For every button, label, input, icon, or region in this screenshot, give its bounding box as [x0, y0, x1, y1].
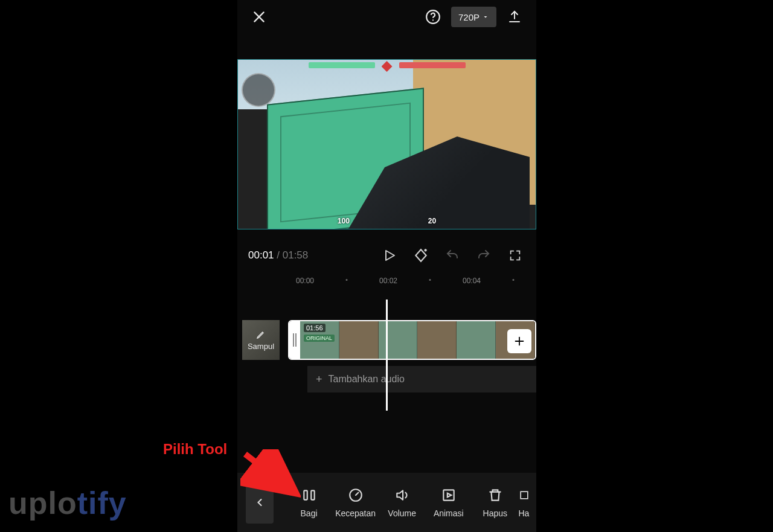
svg-rect-18 [521, 492, 528, 499]
tool-animation[interactable]: Animasi [425, 487, 472, 518]
animation-icon [441, 487, 457, 503]
timeline-ruler[interactable]: 00:00 00:02 00:04 [237, 277, 536, 292]
trash-icon [487, 487, 503, 503]
clip-handle-left[interactable] [289, 321, 300, 359]
undo-button[interactable] [442, 245, 463, 266]
ruler-tick: 00:00 [296, 277, 314, 285]
volume-icon [394, 487, 410, 503]
tool-volume[interactable]: Volume [379, 487, 425, 518]
ruler-tick: 00:02 [379, 277, 397, 285]
add-audio-label: Tambahkan audio [329, 374, 405, 385]
tool-label: Ha [518, 508, 529, 518]
clip-thumbnails[interactable]: 01:56 ORIGINAL [300, 321, 535, 359]
player-controls: 00:01 / 01:58 [237, 234, 536, 277]
timecode: 00:01 / 01:58 [248, 249, 308, 261]
tool-label: Hapus [483, 508, 507, 518]
timeline[interactable]: Sampul 01:56 ORIGINAL + Tambahkan audio [237, 320, 536, 429]
cover-button[interactable]: Sampul [242, 320, 280, 360]
ruler-tick: 00:04 [463, 277, 481, 285]
keyframe-button[interactable] [411, 245, 431, 266]
svg-line-14 [356, 493, 358, 495]
resolution-label: 720P [458, 12, 480, 22]
tool-partial[interactable]: Ha [518, 487, 536, 518]
hud-stat-left: 100 [338, 217, 350, 225]
close-icon [251, 9, 267, 25]
video-clip[interactable]: 01:56 ORIGINAL [288, 320, 536, 360]
playhead[interactable] [386, 300, 388, 411]
resolution-selector[interactable]: 720P [451, 7, 496, 27]
play-button[interactable] [379, 245, 400, 266]
chevron-down-icon [482, 13, 489, 21]
svg-rect-11 [304, 490, 307, 499]
plus-icon: + [316, 373, 322, 386]
tool-label: Kecepatan [335, 508, 376, 518]
plus-icon [513, 335, 526, 348]
fullscreen-icon [508, 249, 522, 262]
clip-tag-badge: ORIGINAL [304, 335, 335, 342]
play-icon [382, 248, 397, 263]
svg-point-3 [432, 19, 434, 21]
svg-line-20 [245, 454, 287, 487]
svg-marker-17 [447, 493, 452, 498]
keyframe-icon [413, 248, 429, 263]
fullscreen-button[interactable] [505, 245, 525, 266]
add-clip-button[interactable] [507, 329, 531, 353]
video-preview[interactable]: 100 20 [237, 59, 536, 229]
tool-delete[interactable]: Hapus [472, 487, 518, 518]
current-time: 00:01 [248, 249, 274, 261]
hud-stat-right: 20 [428, 217, 436, 225]
undo-icon [445, 248, 460, 263]
split-icon [301, 487, 317, 503]
export-icon [507, 10, 522, 24]
tool-speed[interactable]: Kecepatan [332, 487, 379, 518]
watermark-logo: uplotify [8, 485, 127, 521]
svg-rect-12 [311, 490, 314, 499]
annotation-text: Pilih Tool [163, 441, 227, 458]
minimap-icon [242, 73, 275, 107]
add-audio-button[interactable]: + Tambahkan audio [307, 366, 536, 393]
total-duration: 01:58 [283, 249, 309, 261]
close-button[interactable] [248, 6, 270, 28]
tool-label: Bagi [301, 508, 318, 518]
clip-duration-badge: 01:56 [304, 324, 326, 332]
crop-icon [518, 487, 530, 503]
redo-button[interactable] [473, 245, 494, 266]
tool-label: Volume [388, 508, 416, 518]
speed-icon [348, 487, 364, 503]
top-bar: 720P [237, 0, 536, 34]
pencil-icon [256, 330, 266, 339]
svg-marker-6 [386, 251, 394, 260]
help-icon [425, 9, 441, 25]
annotation-arrow-icon [240, 449, 301, 498]
help-button[interactable] [422, 6, 444, 28]
svg-marker-15 [397, 490, 403, 499]
export-button[interactable] [504, 6, 525, 28]
redo-icon [476, 248, 491, 263]
cover-label: Sampul [248, 342, 274, 351]
chevron-left-icon [254, 496, 266, 508]
tool-label: Animasi [434, 508, 464, 518]
